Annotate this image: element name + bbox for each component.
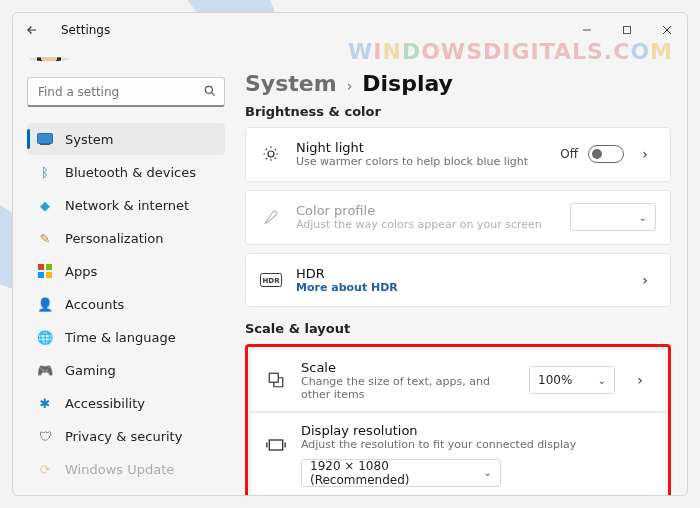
nav-label: Gaming: [65, 363, 116, 378]
color-profile-icon: [260, 208, 282, 226]
row-hdr[interactable]: HDR HDR More about HDR ›: [245, 253, 671, 307]
row-scale[interactable]: Scale Change the size of text, apps, and…: [250, 349, 666, 412]
nav-label: Network & internet: [65, 198, 189, 213]
expand-icon[interactable]: ›: [629, 372, 651, 388]
scale-title: Scale: [301, 360, 515, 375]
night-light-toggle[interactable]: [588, 145, 624, 163]
apps-icon: [37, 263, 53, 279]
network-icon: ◆: [37, 197, 53, 213]
chevron-down-icon: ⌄: [598, 375, 606, 386]
nav-label: System: [65, 132, 113, 147]
night-light-title: Night light: [296, 140, 546, 155]
accessibility-icon: ✱: [37, 395, 53, 411]
expand-icon[interactable]: ›: [634, 272, 656, 288]
hdr-link[interactable]: More about HDR: [296, 281, 620, 294]
svg-rect-7: [40, 144, 50, 145]
back-button[interactable]: [21, 19, 43, 41]
row-resolution[interactable]: Display resolution Adjust the resolution…: [250, 412, 666, 496]
nav-accessibility[interactable]: ✱Accessibility: [27, 387, 225, 419]
nav-label: Time & language: [65, 330, 176, 345]
svg-line-20: [266, 158, 268, 160]
nav-label: Accounts: [65, 297, 124, 312]
close-button[interactable]: [647, 16, 687, 44]
resolution-dropdown[interactable]: 1920 × 1080 (Recommended)⌄: [301, 459, 501, 487]
nav-time[interactable]: 🌐Time & language: [27, 321, 225, 353]
section-brightness: Brightness & color: [245, 104, 671, 119]
nav-label: Accessibility: [65, 396, 145, 411]
svg-rect-11: [46, 272, 52, 278]
scale-dropdown[interactable]: 100%⌄: [529, 366, 615, 394]
nav-accounts[interactable]: 👤Accounts: [27, 288, 225, 320]
color-profile-subtitle: Adjust the way colors appear on your scr…: [296, 218, 556, 232]
breadcrumb-display: Display: [362, 71, 453, 96]
row-night-light[interactable]: Night light Use warmer colors to help bl…: [245, 127, 671, 182]
nav-privacy[interactable]: 🛡Privacy & security: [27, 420, 225, 452]
minimize-button[interactable]: [567, 16, 607, 44]
nav-personalization[interactable]: ✎Personalization: [27, 222, 225, 254]
gaming-icon: 🎮: [37, 362, 53, 378]
svg-line-19: [275, 149, 277, 151]
privacy-icon: 🛡: [37, 428, 53, 444]
scale-icon: [265, 371, 287, 389]
search-icon: [203, 84, 217, 98]
night-light-state: Off: [560, 147, 578, 161]
nav-bluetooth[interactable]: ᛒBluetooth & devices: [27, 156, 225, 188]
sidebar: System ᛒBluetooth & devices ◆Network & i…: [13, 47, 239, 495]
svg-rect-24: [269, 440, 282, 450]
maximize-button[interactable]: [607, 16, 647, 44]
breadcrumb-system[interactable]: System: [245, 71, 337, 96]
titlebar: Settings: [13, 13, 687, 47]
nav-list: System ᛒBluetooth & devices ◆Network & i…: [27, 123, 225, 485]
bluetooth-icon: ᛒ: [37, 164, 53, 180]
section-scale: Scale & layout: [245, 321, 671, 336]
row-color-profile: Color profile Adjust the way colors appe…: [245, 190, 671, 245]
nav-label: Bluetooth & devices: [65, 165, 196, 180]
svg-rect-23: [269, 373, 278, 382]
svg-point-12: [268, 151, 274, 157]
accounts-icon: 👤: [37, 296, 53, 312]
svg-rect-9: [46, 264, 52, 270]
search-field[interactable]: [27, 77, 225, 107]
chevron-right-icon: ›: [347, 78, 353, 94]
nav-label: Personalization: [65, 231, 164, 246]
update-icon: ⟳: [37, 461, 53, 477]
night-light-icon: [260, 145, 282, 163]
resolution-title: Display resolution: [301, 423, 651, 438]
svg-rect-1: [624, 27, 631, 34]
svg-text:HDR: HDR: [262, 277, 280, 285]
time-icon: 🌐: [37, 329, 53, 345]
nav-update[interactable]: ⟳Windows Update: [27, 453, 225, 485]
expand-icon[interactable]: ›: [634, 146, 656, 162]
hdr-icon: HDR: [260, 273, 282, 287]
color-profile-title: Color profile: [296, 203, 556, 218]
search-input[interactable]: [27, 77, 225, 107]
color-profile-dropdown: ⌄: [570, 203, 656, 231]
nav-network[interactable]: ◆Network & internet: [27, 189, 225, 221]
avatar[interactable]: [29, 57, 69, 61]
svg-line-17: [266, 149, 268, 151]
night-light-subtitle: Use warmer colors to help block blue lig…: [296, 155, 546, 169]
svg-rect-6: [38, 134, 53, 144]
svg-rect-8: [38, 264, 44, 270]
chevron-down-icon: ⌄: [639, 212, 647, 223]
svg-rect-10: [38, 272, 44, 278]
scale-subtitle: Change the size of text, apps, and other…: [301, 375, 515, 401]
nav-label: Privacy & security: [65, 429, 182, 444]
nav-gaming[interactable]: 🎮Gaming: [27, 354, 225, 386]
svg-line-18: [275, 158, 277, 160]
nav-label: Windows Update: [65, 462, 174, 477]
system-icon: [37, 131, 53, 147]
chevron-down-icon: ⌄: [484, 467, 492, 478]
window-title: Settings: [61, 23, 110, 37]
nav-apps[interactable]: Apps: [27, 255, 225, 287]
hdr-title: HDR: [296, 266, 620, 281]
highlight-box: Scale Change the size of text, apps, and…: [245, 344, 671, 496]
nav-system[interactable]: System: [27, 123, 225, 155]
main-content: System › Display Brightness & color Nigh…: [239, 47, 687, 495]
settings-window: Settings WINDOWSDIGITALS.COM System ᛒBlu…: [12, 12, 688, 496]
personalization-icon: ✎: [37, 230, 53, 246]
breadcrumb: System › Display: [245, 71, 671, 96]
resolution-icon: [265, 437, 287, 453]
svg-point-4: [205, 86, 212, 93]
nav-label: Apps: [65, 264, 97, 279]
